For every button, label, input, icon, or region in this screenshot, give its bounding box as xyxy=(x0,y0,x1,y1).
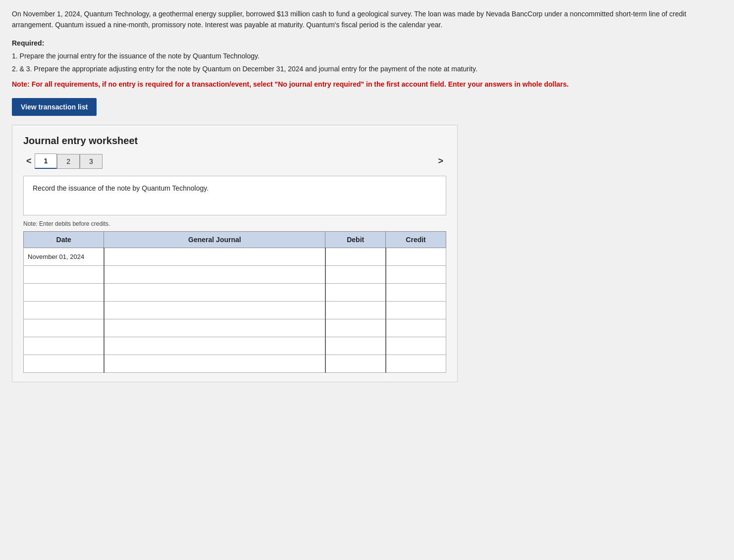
credit-input-3[interactable] xyxy=(386,284,446,301)
credit-cell-4[interactable] xyxy=(386,302,446,319)
debit-cell-4[interactable] xyxy=(325,302,386,319)
journal-table: Date General Journal Debit Credit Novemb… xyxy=(23,231,446,373)
gj-cell-1[interactable] xyxy=(104,248,325,266)
gj-input-2[interactable] xyxy=(105,266,325,283)
tab-1[interactable]: 1 xyxy=(35,153,57,169)
required-note: Note: For all requirements, if no entry … xyxy=(12,79,715,90)
required-item1: 1. Prepare the journal entry for the iss… xyxy=(12,51,722,62)
debit-cell-6[interactable] xyxy=(325,337,386,355)
tab-2[interactable]: 2 xyxy=(57,154,80,169)
header-credit: Credit xyxy=(386,232,446,248)
tab-next-button[interactable]: > xyxy=(435,154,446,168)
credit-input-5[interactable] xyxy=(386,319,446,337)
table-row xyxy=(24,266,446,284)
table-row xyxy=(24,355,446,373)
view-transaction-button[interactable]: View transaction list xyxy=(12,98,97,116)
date-cell-6 xyxy=(24,337,104,355)
date-cell-5 xyxy=(24,319,104,337)
debit-cell-1[interactable] xyxy=(325,248,386,266)
gj-cell-2[interactable] xyxy=(104,266,325,284)
credit-cell-3[interactable] xyxy=(386,284,446,302)
header-general-journal: General Journal xyxy=(104,232,325,248)
gj-input-3[interactable] xyxy=(105,284,325,301)
intro-paragraph: On November 1, 2024, Quantum Technology,… xyxy=(12,9,715,30)
debit-input-1[interactable] xyxy=(326,248,385,265)
credit-cell-5[interactable] xyxy=(386,319,446,337)
tab-3[interactable]: 3 xyxy=(80,154,103,169)
debit-input-2[interactable] xyxy=(326,266,385,283)
debit-input-7[interactable] xyxy=(326,355,385,372)
required-label: Required: xyxy=(12,39,44,47)
table-row xyxy=(24,284,446,302)
instruction-box: Record the issuance of the note by Quant… xyxy=(23,176,446,215)
credit-cell-2[interactable] xyxy=(386,266,446,284)
gj-input-5[interactable] xyxy=(105,319,325,337)
instruction-text: Record the issuance of the note by Quant… xyxy=(33,184,209,192)
debit-input-3[interactable] xyxy=(326,284,385,301)
debit-input-5[interactable] xyxy=(326,319,385,337)
tabs-row: < 1 2 3 > xyxy=(23,153,446,169)
gj-cell-6[interactable] xyxy=(104,337,325,355)
gj-cell-3[interactable] xyxy=(104,284,325,302)
credit-input-2[interactable] xyxy=(386,266,446,283)
date-cell-2 xyxy=(24,266,104,284)
date-cell-1: November 01, 2024 xyxy=(24,248,104,266)
date-cell-3 xyxy=(24,284,104,302)
credit-input-6[interactable] xyxy=(386,337,446,355)
debit-input-4[interactable] xyxy=(326,302,385,319)
table-row: November 01, 2024 xyxy=(24,248,446,266)
gj-cell-4[interactable] xyxy=(104,302,325,319)
enter-debits-note: Note: Enter debits before credits. xyxy=(23,220,446,227)
debit-cell-2[interactable] xyxy=(325,266,386,284)
debit-cell-7[interactable] xyxy=(325,355,386,373)
credit-cell-7[interactable] xyxy=(386,355,446,373)
credit-cell-1[interactable] xyxy=(386,248,446,266)
table-row xyxy=(24,302,446,319)
gj-input-4[interactable] xyxy=(105,302,325,319)
credit-input-1[interactable] xyxy=(386,248,446,265)
credit-input-4[interactable] xyxy=(386,302,446,319)
debit-input-6[interactable] xyxy=(326,337,385,355)
header-date: Date xyxy=(24,232,104,248)
worksheet-container: Journal entry worksheet < 1 2 3 > Record… xyxy=(12,125,458,382)
gj-input-1[interactable] xyxy=(105,248,325,265)
debit-cell-3[interactable] xyxy=(325,284,386,302)
date-cell-4 xyxy=(24,302,104,319)
gj-cell-7[interactable] xyxy=(104,355,325,373)
required-section: Required: 1. Prepare the journal entry f… xyxy=(12,38,722,74)
gj-input-6[interactable] xyxy=(105,337,325,355)
debit-cell-5[interactable] xyxy=(325,319,386,337)
credit-cell-6[interactable] xyxy=(386,337,446,355)
header-debit: Debit xyxy=(325,232,386,248)
table-row xyxy=(24,337,446,355)
tab-prev-button[interactable]: < xyxy=(23,154,35,168)
credit-input-7[interactable] xyxy=(386,355,446,372)
gj-cell-5[interactable] xyxy=(104,319,325,337)
worksheet-title: Journal entry worksheet xyxy=(23,135,446,147)
date-cell-7 xyxy=(24,355,104,373)
table-row xyxy=(24,319,446,337)
required-item2: 2. & 3. Prepare the appropriate adjustin… xyxy=(12,64,722,75)
gj-input-7[interactable] xyxy=(105,355,325,372)
